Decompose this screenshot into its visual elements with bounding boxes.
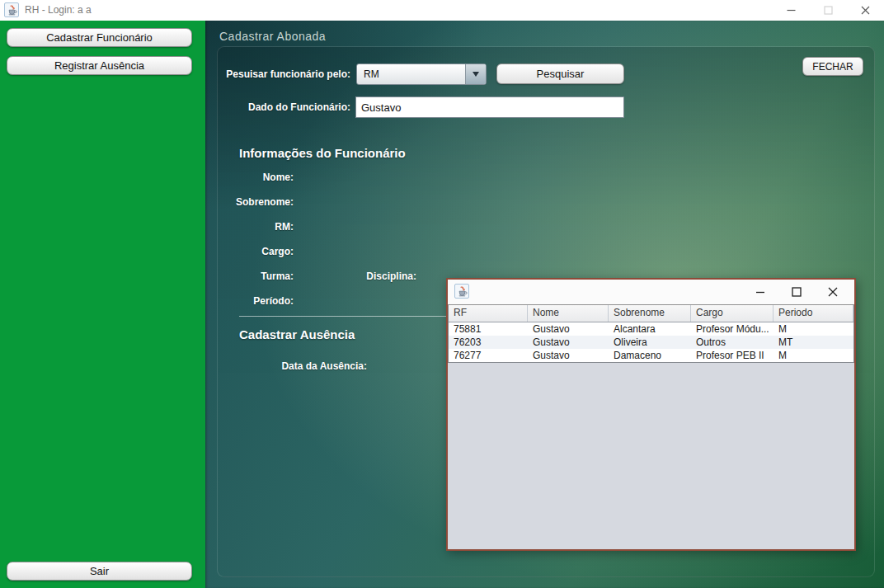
cell-nome: Gustavo (528, 349, 609, 362)
sidebar: Cadastrar Funcionário Registrar Ausência… (0, 21, 205, 588)
data-ausencia-label: Data da Ausência: (239, 360, 367, 372)
absence-section-title: Cadastrar Ausência (239, 327, 355, 341)
cell-periodo: MT (774, 336, 853, 349)
sobrenome-label: Sobrenome: (205, 196, 294, 208)
combobox-value: RM (357, 68, 465, 80)
dado-funcionario-label: Dado do Funcionário: (205, 101, 350, 113)
maximize-icon[interactable] (810, 0, 847, 21)
popup-window-controls (742, 280, 851, 304)
sair-button[interactable]: Sair (7, 562, 192, 581)
results-table: RF Nome Sobrenome Cargo Periodo 75881 Gu… (448, 305, 854, 363)
results-popup-window: RF Nome Sobrenome Cargo Periodo 75881 Gu… (446, 278, 856, 551)
cell-periodo: M (774, 322, 853, 336)
java-coffee-icon (454, 284, 469, 299)
fechar-button[interactable]: FECHAR (802, 57, 863, 76)
col-header-rf[interactable]: RF (449, 305, 528, 322)
app-titlebar[interactable]: RH - Login: a a (0, 0, 884, 21)
close-icon[interactable] (847, 0, 884, 21)
search-by-combobox[interactable]: RM (356, 64, 487, 85)
dado-funcionario-input[interactable] (355, 96, 624, 118)
info-section-title: Informações do Funcionário (239, 146, 406, 160)
app-window: RH - Login: a a Cadastrar Funcionário Re… (0, 0, 884, 588)
cell-rf: 76277 (449, 349, 528, 362)
maximize-icon[interactable] (778, 280, 815, 304)
table-row[interactable]: 76277 Gustavo Damaceno Profesor PEB II M (449, 349, 853, 362)
cell-sobrenome: Oliveira (609, 336, 691, 349)
periodo-label: Período: (205, 295, 294, 307)
cell-sobrenome: Damaceno (609, 349, 691, 362)
table-scroll-area: RF Nome Sobrenome Cargo Periodo 75881 Gu… (448, 304, 854, 549)
page-title: Cadastrar Abonada (219, 30, 326, 43)
table-row[interactable]: 75881 Gustavo Alcantara Profesor Módu...… (449, 322, 853, 336)
window-title: RH - Login: a a (25, 0, 92, 21)
col-header-nome[interactable]: Nome (528, 305, 609, 322)
minimize-icon[interactable] (742, 280, 778, 304)
cell-sobrenome: Alcantara (609, 322, 691, 336)
cell-rf: 76203 (449, 336, 528, 349)
cell-cargo: Outros (691, 336, 774, 349)
main-content: Cadastrar Abonada FECHAR Pesuisar funcio… (205, 21, 884, 588)
cell-cargo: Profesor PEB II (691, 349, 774, 362)
table-header-row: RF Nome Sobrenome Cargo Periodo (449, 305, 853, 322)
col-header-sobrenome[interactable]: Sobrenome (609, 305, 691, 322)
cell-periodo: M (774, 349, 853, 362)
cargo-label: Cargo: (205, 246, 294, 257)
chevron-down-icon[interactable] (465, 64, 486, 84)
close-icon[interactable] (815, 280, 851, 304)
disciplina-label: Disciplina: (350, 270, 416, 282)
nome-label: Nome: (205, 172, 294, 183)
java-coffee-icon (4, 2, 19, 17)
pesquisar-button[interactable]: Pesquisar (496, 64, 624, 84)
rm-label: RM: (205, 221, 294, 233)
cell-cargo: Profesor Módu... (691, 322, 774, 336)
cell-nome: Gustavo (528, 336, 609, 349)
popup-titlebar[interactable] (448, 280, 854, 304)
col-header-cargo[interactable]: Cargo (691, 305, 774, 322)
registrar-ausencia-button[interactable]: Registrar Ausência (7, 56, 192, 75)
table-row[interactable]: 76203 Gustavo Oliveira Outros MT (449, 336, 853, 349)
cell-rf: 75881 (449, 322, 528, 336)
window-controls (773, 0, 884, 21)
cell-nome: Gustavo (528, 322, 609, 336)
turma-label: Turma: (205, 270, 294, 282)
search-by-label: Pesuisar funcionário pelo: (205, 68, 350, 80)
cadastrar-funcionario-button[interactable]: Cadastrar Funcionário (7, 28, 192, 47)
minimize-icon[interactable] (773, 0, 810, 21)
col-header-periodo[interactable]: Periodo (774, 305, 853, 322)
